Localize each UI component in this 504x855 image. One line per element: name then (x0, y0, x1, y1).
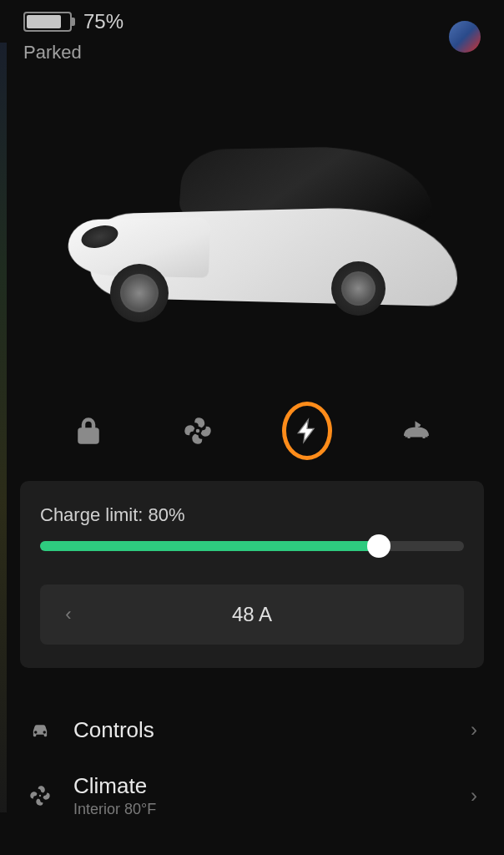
frunk-button[interactable] (391, 406, 441, 456)
charge-settings-panel: Charge limit: 80% ‹ 48 A › (20, 481, 484, 668)
amperage-selector: ‹ 48 A › (40, 584, 464, 645)
lock-button[interactable] (63, 406, 113, 456)
battery-fill (27, 15, 61, 28)
profile-avatar[interactable] (449, 21, 481, 53)
vehicle-image-container (0, 72, 504, 389)
battery-percent-label: 75% (83, 10, 123, 33)
battery-status-section: 75% Parked (23, 10, 123, 63)
fan-icon (183, 416, 213, 446)
climate-fan-button[interactable] (173, 406, 223, 456)
car-icon (27, 716, 53, 743)
slider-thumb[interactable] (367, 534, 391, 558)
quick-actions-row (0, 389, 504, 481)
climate-label: Climate (73, 773, 451, 799)
chevron-right-icon: › (471, 784, 477, 807)
vehicle-state-label: Parked (23, 42, 123, 63)
charge-button[interactable] (282, 406, 332, 456)
controls-menu-item[interactable]: Controls › (20, 701, 484, 758)
climate-menu-item[interactable]: Climate Interior 80°F › (20, 758, 484, 833)
amperage-value: 48 A (232, 603, 272, 626)
fan-small-icon (27, 782, 53, 809)
lock-icon (73, 416, 103, 446)
climate-text: Climate Interior 80°F (73, 773, 451, 818)
screen-edge-decoration (0, 43, 7, 812)
charge-limit-label: Charge limit: 80% (40, 504, 464, 526)
frunk-icon (401, 416, 431, 446)
bolt-icon (294, 417, 320, 444)
status-bar: 75% Parked (0, 0, 504, 63)
controls-text: Controls (73, 717, 451, 743)
battery-icon (23, 12, 72, 32)
charge-limit-slider[interactable] (40, 541, 464, 551)
chevron-right-icon: › (471, 718, 477, 741)
controls-label: Controls (73, 717, 451, 743)
amperage-decrease-button[interactable]: ‹ (60, 604, 77, 625)
battery-row: 75% (23, 10, 123, 33)
slider-fill (40, 541, 379, 551)
menu-list: Controls › Climate Interior 80°F › (0, 701, 504, 833)
climate-sublabel: Interior 80°F (73, 801, 451, 818)
charge-highlight-ring (282, 402, 332, 460)
vehicle-render (52, 114, 452, 347)
